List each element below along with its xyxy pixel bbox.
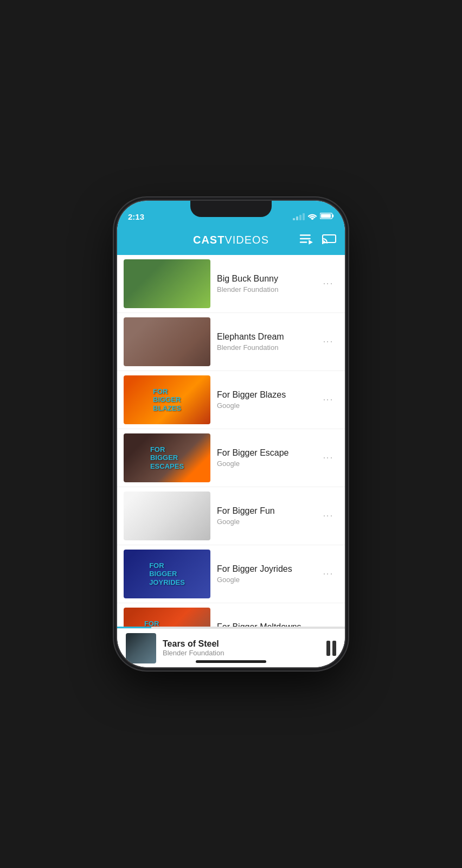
list-item[interactable]: FORBIGGERJOYRIDES For Bigger Joyrides Go… xyxy=(117,545,345,603)
signal-icon xyxy=(293,213,305,220)
video-creator: Blender Foundation xyxy=(217,285,318,293)
video-creator: Google xyxy=(217,401,318,410)
app-header: CAST VIDEOS xyxy=(117,225,345,255)
video-info: For Bigger Escape Google xyxy=(217,448,318,468)
video-creator: Google xyxy=(217,459,318,468)
video-info: Big Buck Bunny Blender Foundation xyxy=(217,274,318,293)
video-title: For Bigger Fun xyxy=(217,506,318,516)
video-creator: Google xyxy=(217,518,318,526)
status-time: 2:13 xyxy=(128,212,144,221)
video-thumbnail: FORBIGGERBLAZES xyxy=(124,375,210,424)
header-icons xyxy=(299,233,336,247)
video-menu-button[interactable]: ⋮ xyxy=(318,564,338,585)
list-item[interactable]: For Bigger Fun Google ⋮ xyxy=(117,487,345,545)
cast-icon[interactable] xyxy=(322,233,336,247)
video-menu-button[interactable]: ⋮ xyxy=(318,331,338,353)
notch xyxy=(190,201,272,217)
header-title: CAST VIDEOS xyxy=(193,234,269,246)
video-creator: Google xyxy=(217,576,318,584)
svg-marker-6 xyxy=(309,240,313,245)
video-info: Elephants Dream Blender Foundation xyxy=(217,332,318,352)
list-item[interactable]: Big Buck Bunny Blender Foundation ⋮ xyxy=(117,255,345,313)
playback-controls xyxy=(326,641,336,656)
video-info: For Bigger Fun Google xyxy=(217,506,318,526)
now-playing-thumbnail xyxy=(126,633,156,663)
video-title: For Bigger Joyrides xyxy=(217,564,318,574)
home-indicator[interactable] xyxy=(196,660,266,663)
video-info: For Bigger Joyrides Google xyxy=(217,564,318,584)
list-item[interactable]: FORBIGGERMELTDOWNS For Bigger Meltdowns … xyxy=(117,603,345,628)
now-playing-info: Tears of Steel Blender Foundation xyxy=(163,639,326,657)
video-menu-button[interactable]: ⋮ xyxy=(318,273,338,295)
video-menu-button[interactable]: ⋮ xyxy=(318,390,338,411)
video-thumbnail: FORBIGGERJOYRIDES xyxy=(124,550,210,598)
battery-icon xyxy=(320,212,334,221)
video-thumbnail xyxy=(124,317,210,366)
video-menu-button[interactable]: ⋮ xyxy=(318,448,338,469)
header-cast: CAST xyxy=(193,234,224,246)
list-item[interactable]: Elephants Dream Blender Foundation ⋮ xyxy=(117,313,345,371)
video-title: Big Buck Bunny xyxy=(217,274,318,284)
now-playing-subtitle: Blender Foundation xyxy=(163,649,326,657)
video-creator: Blender Foundation xyxy=(217,343,318,352)
video-thumbnail: FORBIGGERMELTDOWNS xyxy=(124,608,210,628)
svg-rect-2 xyxy=(321,214,331,218)
header-videos: VIDEOS xyxy=(224,234,269,246)
list-item[interactable]: FORBIGGERBLAZES For Bigger Blazes Google… xyxy=(117,371,345,429)
status-icons xyxy=(293,212,334,221)
video-thumbnail: FORBIGGERESCAPES xyxy=(124,433,210,482)
wifi-icon xyxy=(307,212,317,221)
video-info: For Bigger Blazes Google xyxy=(217,390,318,410)
video-thumbnail xyxy=(124,259,210,308)
svg-rect-1 xyxy=(332,214,334,217)
video-thumbnail xyxy=(124,492,210,540)
list-item[interactable]: FORBIGGERESCAPES For Bigger Escape Googl… xyxy=(117,429,345,487)
video-title: Elephants Dream xyxy=(217,332,318,342)
phone-frame: 2:13 xyxy=(117,201,345,667)
video-title: For Bigger Escape xyxy=(217,448,318,458)
video-title: For Bigger Blazes xyxy=(217,390,318,400)
queue-icon[interactable] xyxy=(299,233,313,247)
pause-button[interactable] xyxy=(326,641,336,656)
video-menu-button[interactable]: ⋮ xyxy=(318,506,338,527)
now-playing-title: Tears of Steel xyxy=(163,639,326,649)
phone-screen: 2:13 xyxy=(117,201,345,667)
video-list[interactable]: Big Buck Bunny Blender Foundation ⋮ Elep… xyxy=(117,255,345,628)
